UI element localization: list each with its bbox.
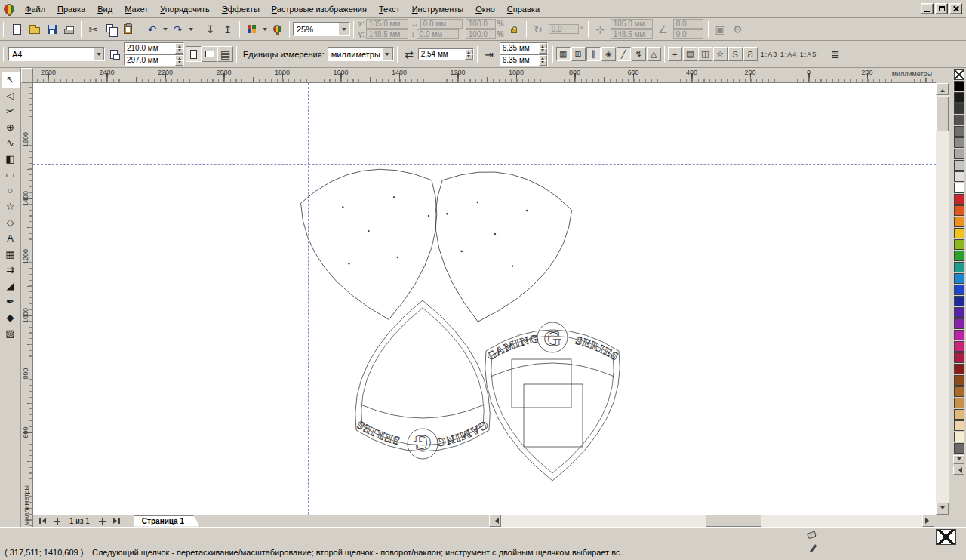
color-swatch[interactable] xyxy=(954,126,964,137)
vertical-scroll-thumb[interactable] xyxy=(936,97,949,131)
color-swatch[interactable] xyxy=(954,217,964,227)
color-swatch[interactable] xyxy=(954,81,964,91)
options-button[interactable]: ≣ xyxy=(826,45,844,63)
save-button[interactable] xyxy=(43,20,60,38)
snap-tolerance-toggle[interactable]: △ xyxy=(647,47,661,61)
menu-arrange[interactable]: Упорядочить xyxy=(154,2,215,17)
color-swatch[interactable] xyxy=(954,239,964,250)
import-button[interactable]: ↧ xyxy=(202,20,219,38)
duplicate-y-field[interactable]: 6.35 мм xyxy=(500,54,548,66)
color-swatch[interactable] xyxy=(954,273,964,284)
add-page-after-button[interactable] xyxy=(96,515,109,526)
corel-online-button[interactable] xyxy=(269,20,286,38)
color-swatch[interactable] xyxy=(954,262,964,272)
ellipse-tool[interactable]: ○ xyxy=(2,183,20,198)
color-swatch[interactable] xyxy=(954,137,964,148)
menu-bitmaps[interactable]: Растровые изображения xyxy=(266,2,373,17)
open-button[interactable] xyxy=(26,20,43,38)
export-button[interactable]: ↥ xyxy=(219,20,236,38)
paper-height-spinner[interactable] xyxy=(175,55,183,65)
text-tool[interactable]: А xyxy=(2,230,20,246)
shield-frame-rotated[interactable]: G GAMING SERIES xyxy=(354,300,490,459)
shape-tool[interactable]: ◁ xyxy=(2,88,20,103)
dynamic-guides-toggle[interactable]: ╱ xyxy=(617,47,631,61)
landscape-button[interactable] xyxy=(202,46,217,62)
cut-button[interactable]: ✂ xyxy=(85,20,102,38)
eyedropper-tool[interactable]: ◢ xyxy=(2,278,20,294)
duplicate-x-spinner[interactable] xyxy=(539,43,547,53)
redo-button[interactable]: ↷ xyxy=(169,20,186,38)
application-launcher-dropdown[interactable] xyxy=(260,20,269,38)
shield-backplate-1[interactable] xyxy=(296,159,455,331)
shield-backplate-2[interactable] xyxy=(412,159,577,337)
snap-to-ruler-toggle[interactable]: ⊞ xyxy=(571,47,586,61)
menu-edit[interactable]: Правка xyxy=(51,2,91,17)
paper-type-dropdown-arrow[interactable] xyxy=(93,48,104,60)
color-swatch[interactable] xyxy=(954,251,964,261)
color-swatch[interactable] xyxy=(954,205,964,216)
snap-to-grid-toggle[interactable]: ▦ xyxy=(556,47,571,61)
smart-fill-tool[interactable]: ◧ xyxy=(2,151,20,167)
snap-to-objects-toggle[interactable]: ◈ xyxy=(601,47,616,61)
color-swatch[interactable] xyxy=(954,149,964,159)
crop-tool[interactable]: ✂ xyxy=(2,103,20,119)
no-color-swatch[interactable] xyxy=(954,69,964,80)
color-swatch[interactable] xyxy=(954,386,964,397)
scroll-right-button[interactable] xyxy=(922,515,934,527)
color-swatch[interactable] xyxy=(954,115,964,125)
paste-button[interactable] xyxy=(119,20,137,38)
color-swatch[interactable] xyxy=(954,398,964,408)
add-page-before-button[interactable] xyxy=(51,515,63,526)
color-swatch[interactable] xyxy=(954,296,964,306)
menu-tools[interactable]: Инструменты xyxy=(406,2,470,17)
menu-file[interactable]: Файл xyxy=(19,2,51,17)
application-launcher-button[interactable] xyxy=(243,20,260,38)
all-pages-button[interactable]: ▤ xyxy=(217,46,233,62)
undo-dropdown[interactable] xyxy=(161,20,169,38)
restore-button[interactable] xyxy=(935,3,948,14)
units-dropdown-arrow[interactable] xyxy=(382,48,393,60)
outline-pen-tool[interactable]: ✒ xyxy=(2,294,20,309)
fill-tool[interactable]: ◆ xyxy=(2,309,20,325)
zoom-level-combo[interactable]: 25% xyxy=(293,22,350,36)
paper-type-combo[interactable]: A4 xyxy=(8,47,105,61)
interactive-blend-tool[interactable]: ⇉ xyxy=(2,262,20,278)
paper-width-spinner[interactable] xyxy=(175,43,183,53)
color-swatch[interactable] xyxy=(954,92,964,103)
snap-mode-toggle[interactable]: ↯ xyxy=(632,47,646,61)
duplicate-y-spinner[interactable] xyxy=(539,55,547,65)
horizontal-scroll-thumb[interactable] xyxy=(706,515,761,527)
favorites-button[interactable]: ☆ xyxy=(713,47,728,61)
menu-help[interactable]: Справка xyxy=(501,2,546,17)
menu-window[interactable]: Окно xyxy=(469,2,501,17)
basic-shapes-tool[interactable]: ◇ xyxy=(2,214,20,230)
vertical-scrollbar[interactable] xyxy=(936,83,949,515)
redo-dropdown[interactable] xyxy=(186,20,195,38)
scroll-left-button[interactable] xyxy=(489,515,501,527)
snap-to-guidelines-toggle[interactable]: ∥ xyxy=(586,47,601,61)
shield-front-panel[interactable]: G GAMING SERIES xyxy=(485,322,620,481)
snap-settings-button[interactable]: + xyxy=(668,47,682,61)
copy-button[interactable] xyxy=(102,20,119,38)
color-swatch[interactable] xyxy=(954,443,964,454)
undo-button[interactable]: ↶ xyxy=(143,20,161,38)
rectangle-tool[interactable]: ▭ xyxy=(2,167,20,183)
color-swatch[interactable] xyxy=(954,409,964,420)
zoom-tool[interactable]: ⊕ xyxy=(2,119,20,135)
menu-text[interactable]: Текст xyxy=(373,2,406,17)
ruler-origin-corner[interactable] xyxy=(21,68,33,83)
color-swatch[interactable] xyxy=(954,341,964,352)
toolbar-grip[interactable] xyxy=(3,47,5,62)
color-swatch[interactable] xyxy=(954,330,964,340)
interactive-fill-tool[interactable]: ▨ xyxy=(2,325,20,341)
color-swatch[interactable] xyxy=(954,160,964,171)
color-swatch[interactable] xyxy=(954,103,964,114)
new-document-button[interactable] xyxy=(8,20,26,38)
palette-expand-button[interactable] xyxy=(953,466,964,475)
scroll-down-button[interactable] xyxy=(936,503,949,515)
toolbar-grip[interactable] xyxy=(3,22,5,37)
nudge-offset-field[interactable]: 2,54 мм xyxy=(418,48,474,60)
page-tab[interactable]: Страница 1 xyxy=(134,515,200,527)
color-swatch[interactable] xyxy=(954,420,964,431)
color-swatch[interactable] xyxy=(954,228,964,238)
